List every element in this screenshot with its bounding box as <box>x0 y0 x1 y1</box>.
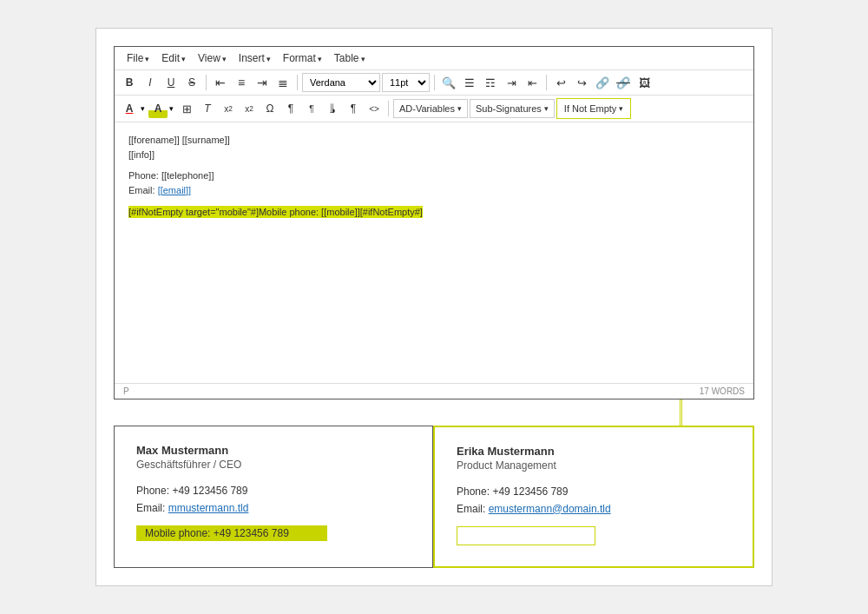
left-phone-label: Phone: <box>136 485 172 497</box>
right-card-phone: Phone: +49 123456 789 <box>457 484 731 500</box>
preview-card-left: Max Mustermann Geschäftsführer / CEO Pho… <box>114 426 433 567</box>
align-left-button[interactable]: ⇤ <box>211 73 230 92</box>
toolbar-row-1: B I U S ⇤ ≡ ⇥ ≣ Verdana 11pt 🔍 ☰ ☶ ⇥ ⇤ ↩… <box>115 70 753 96</box>
code-button[interactable]: <> <box>365 99 384 118</box>
editor-email-line: Email: [[email]] <box>128 183 740 198</box>
bold-button[interactable]: B <box>120 73 139 92</box>
image-button[interactable]: 🖼 <box>635 73 654 92</box>
sub-signatures-button[interactable]: Sub-Signatures <box>470 99 555 118</box>
pilcrow4-button[interactable]: ¶ <box>344 99 363 118</box>
table-insert-button[interactable]: ⊞ <box>177 99 196 118</box>
toolbar-separator-1 <box>206 75 207 90</box>
highlighted-line-wrapper: [#ifNotEmpty target="mobile"#]Mobile pho… <box>128 204 740 220</box>
indent-button[interactable]: ⇥ <box>502 73 521 92</box>
toolbar-row-2: A ▾ A ▾ ⊞ T x2 x2 Ω ¶ ¶ ¶ ¶ <> AD-Variab… <box>115 96 753 122</box>
left-card-email: Email: mmustermann.tld <box>136 500 411 517</box>
left-card-phone: Phone: +49 123456 789 <box>136 483 411 499</box>
main-container: File Edit View Insert Format Table B I U… <box>95 28 773 585</box>
word-count: 17 WORDS <box>700 386 745 396</box>
menu-bar: File Edit View Insert Format Table <box>115 47 753 70</box>
preview-card-right: Erika Mustermann Product Management Phon… <box>433 426 754 567</box>
menu-format[interactable]: Format <box>278 50 327 66</box>
menu-view[interactable]: View <box>193 50 232 66</box>
outdent-button[interactable]: ⇤ <box>523 73 542 92</box>
font-size-select[interactable]: 11pt <box>382 73 430 92</box>
connector-line-top <box>681 399 683 426</box>
toolbar-separator-5 <box>388 101 389 116</box>
connector-container <box>114 399 754 426</box>
bg-color-button[interactable]: A <box>148 99 168 118</box>
align-justify-button[interactable]: ≣ <box>273 73 293 92</box>
editor-line-1: [[forename]] [[surname]] <box>128 133 740 148</box>
left-email-link[interactable]: mmustermann.tld <box>168 502 249 514</box>
undo-button[interactable]: ↩ <box>551 73 570 92</box>
right-email-link[interactable]: emustermann@domain.tld <box>489 503 611 515</box>
if-not-empty-code: [#ifNotEmpty target="mobile"#]Mobile pho… <box>128 206 423 218</box>
email-label: Email: <box>128 185 155 195</box>
unlink-button[interactable]: 🔗 <box>614 73 633 92</box>
font-select[interactable]: Verdana <box>302 73 380 92</box>
editor-content[interactable]: [[forename]] [[surname]] [[info]] Phone:… <box>115 122 753 383</box>
editor-spacer-1 <box>128 162 740 168</box>
toolbar-separator-2 <box>297 75 298 90</box>
clear-format-button[interactable]: T <box>198 99 217 118</box>
left-phone-value: +49 123456 789 <box>172 485 247 497</box>
menu-insert[interactable]: Insert <box>233 50 276 66</box>
ad-variables-button[interactable]: AD-Variables <box>393 99 468 118</box>
font-color-arrow[interactable]: ▾ <box>141 104 145 113</box>
menu-table[interactable]: Table <box>329 50 371 66</box>
toolbar-separator-4 <box>546 75 547 90</box>
underline-button[interactable]: U <box>161 73 181 92</box>
right-card-title: Product Management <box>457 459 731 472</box>
find-button[interactable]: 🔍 <box>439 73 458 92</box>
right-phone-label: Phone: <box>457 485 492 498</box>
editor-box: File Edit View Insert Format Table B I U… <box>114 46 754 399</box>
editor-phone-line: Phone: [[telephone]] <box>128 168 740 183</box>
email-link[interactable]: [[email]] <box>158 185 192 195</box>
right-email-label: Email: <box>457 503 489 515</box>
preview-row: Max Mustermann Geschäftsführer / CEO Pho… <box>114 426 754 567</box>
redo-button[interactable]: ↪ <box>572 73 591 92</box>
editor-line-2: [[info]] <box>128 148 740 162</box>
bg-color-arrow[interactable]: ▾ <box>169 104 174 113</box>
toolbar-separator-3 <box>434 75 435 90</box>
align-right-button[interactable]: ⇥ <box>253 73 272 92</box>
editor-spacer-2 <box>128 197 740 204</box>
if-not-empty-button[interactable]: If Not Empty <box>556 98 632 119</box>
status-p: P <box>123 386 129 396</box>
link-button[interactable]: 🔗 <box>593 73 612 92</box>
right-phone-value: +49 123456 789 <box>492 485 568 498</box>
left-email-label: Email: <box>136 502 168 514</box>
right-card-empty-mobile <box>457 526 595 545</box>
menu-edit[interactable]: Edit <box>156 50 191 66</box>
connector-line-right <box>680 399 681 427</box>
status-bar: P 17 WORDS <box>115 383 753 399</box>
italic-button[interactable]: I <box>141 73 160 92</box>
left-card-title: Geschäftsführer / CEO <box>136 459 411 471</box>
left-card-mobile: Mobile phone: +49 123456 789 <box>136 525 327 541</box>
pilcrow2-button[interactable]: ¶ <box>302 99 321 118</box>
omega-button[interactable]: Ω <box>260 99 279 118</box>
right-card-email: Email: emustermann@domain.tld <box>457 501 731 518</box>
align-center-button[interactable]: ≡ <box>232 73 251 92</box>
pilcrow3-button[interactable]: ¶ <box>323 99 342 118</box>
font-color-button[interactable]: A <box>120 99 139 118</box>
right-card-name: Erika Mustermann <box>457 445 731 458</box>
pilcrow1-button[interactable]: ¶ <box>281 99 300 118</box>
left-card-name: Max Mustermann <box>136 444 411 457</box>
ordered-list-button[interactable]: ☶ <box>481 73 500 92</box>
subscript-button[interactable]: x2 <box>219 99 238 118</box>
superscript-button[interactable]: x2 <box>240 99 259 118</box>
strikethrough-button[interactable]: S <box>182 73 201 92</box>
unordered-list-button[interactable]: ☰ <box>460 73 479 92</box>
menu-file[interactable]: File <box>122 50 155 66</box>
